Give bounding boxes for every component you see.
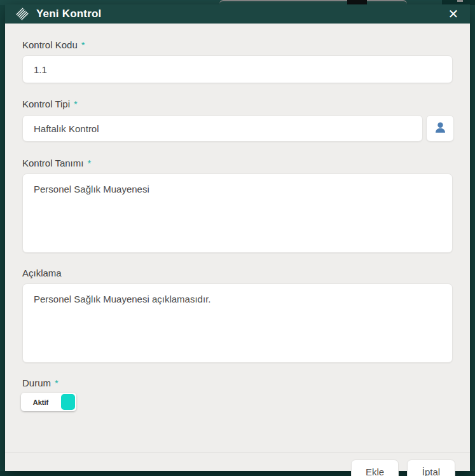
durum-toggle[interactable]: Aktif	[21, 393, 76, 411]
background-window-fragment	[457, 0, 463, 2]
aciklama-textarea[interactable]: Personel Sağlık Muayenesi açıklamasıdır.	[22, 283, 453, 363]
label-text: Kontrol Kodu	[22, 39, 78, 50]
modal-backdrop: Yeni Kontrol ✕ Kontrol Kodu* Kontrol Tip…	[0, 0, 475, 476]
kontrol-tanimi-textarea[interactable]: Personel Sağlık Muayenesi	[22, 173, 453, 253]
durum-toggle-state-label: Aktif	[21, 393, 60, 411]
required-marker: *	[74, 99, 78, 109]
kontrol-tanimi-label: Kontrol Tanımı*	[22, 158, 91, 168]
kontrol-tipi-label: Kontrol Tipi*	[22, 99, 78, 109]
yeni-kontrol-dialog: Yeni Kontrol ✕ Kontrol Kodu* Kontrol Tip…	[5, 4, 470, 471]
label-text: Kontrol Tanımı	[22, 158, 83, 168]
label-text: Durum	[22, 377, 51, 388]
dialog-header: Yeni Kontrol ✕	[5, 4, 470, 24]
background-window-fragment	[347, 0, 367, 4]
footer-divider	[5, 452, 470, 452]
kontrol-tipi-input[interactable]	[22, 115, 423, 142]
ekle-button[interactable]: Ekle	[351, 459, 399, 476]
dialog-title: Yeni Kontrol	[36, 8, 102, 20]
required-marker: *	[87, 158, 91, 168]
label-text: Açıklama	[22, 268, 62, 278]
dialog-body: Kontrol Kodu* Kontrol Tipi* Kontrol Tanı…	[5, 24, 470, 471]
kontrol-tipi-picker-button[interactable]	[426, 115, 454, 142]
required-marker: *	[55, 377, 59, 388]
aciklama-label: Açıklama	[22, 268, 62, 278]
kontrol-kodu-label: Kontrol Kodu*	[22, 39, 85, 50]
durum-toggle-knob	[61, 394, 75, 410]
background-bottom-strip	[0, 471, 475, 476]
striped-diamond-icon	[15, 6, 30, 22]
required-marker: *	[81, 39, 85, 50]
kontrol-kodu-input[interactable]	[22, 55, 453, 83]
person-icon	[433, 120, 448, 137]
iptal-button[interactable]: İptal	[407, 459, 455, 476]
label-text: Kontrol Tipi	[22, 99, 70, 109]
close-icon[interactable]: ✕	[444, 5, 462, 23]
durum-label: Durum*	[22, 377, 59, 388]
